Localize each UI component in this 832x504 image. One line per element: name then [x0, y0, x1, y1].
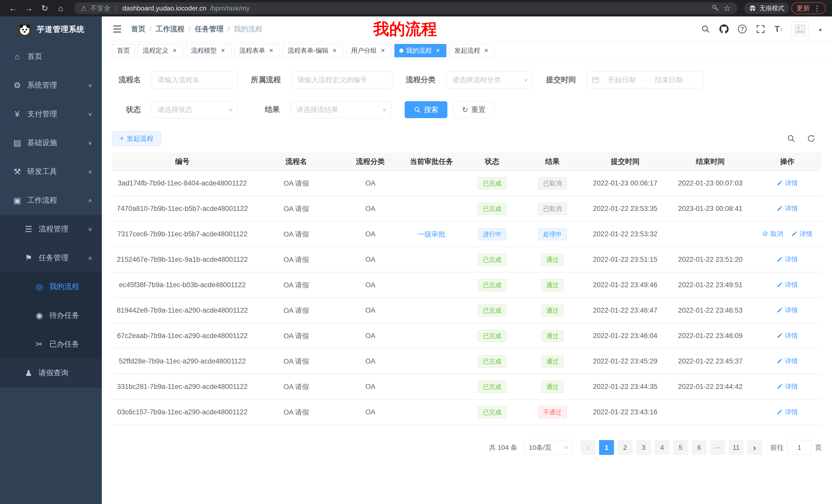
app-logo-row[interactable]: 芋道管理系统 — [0, 17, 102, 42]
sidebar-menu-item[interactable]: 支付管理 — [0, 100, 102, 129]
sidebar-menu-item[interactable]: 系统管理 — [0, 71, 102, 100]
cell-current-task — [401, 171, 462, 196]
sidebar-menu-item[interactable]: 我的流程 — [0, 272, 102, 301]
tag-view-tab[interactable]: 我的流程 × — [394, 44, 446, 57]
page-size-select[interactable]: 10条/页 — [524, 440, 573, 455]
tag-view-tab[interactable]: 首页 × — [112, 44, 135, 57]
detail-link[interactable]: 详情 — [777, 281, 798, 289]
tab-close-icon[interactable]: × — [171, 47, 178, 54]
table-row: 7470a810-7b9b-11ec-b5b7-acde48001122 OA … — [112, 196, 822, 221]
bookmark-star-icon[interactable]: ☆ — [723, 3, 731, 13]
category-select[interactable] — [446, 72, 533, 88]
status-select[interactable] — [152, 101, 238, 118]
prev-page-button[interactable]: ‹ — [580, 440, 595, 455]
cancel-link[interactable]: 取消 — [762, 230, 783, 238]
breadcrumb-item-home[interactable]: 首页 — [131, 24, 146, 34]
date-range-picker[interactable]: - — [587, 72, 703, 88]
help-icon[interactable] — [738, 25, 747, 33]
cell-end-time: 2022-01-22 23:51:20 — [668, 247, 753, 272]
end-date-input[interactable] — [649, 76, 688, 84]
chevron-icon — [88, 255, 93, 261]
detail-link[interactable]: 详情 — [777, 179, 798, 187]
detail-link[interactable]: 详情 — [777, 408, 798, 416]
table-row: ec45f38f-7b9a-11ec-b03b-acde48001122 OA … — [112, 272, 822, 298]
update-button[interactable]: 更新 ⋮ — [791, 2, 826, 14]
browser-forward-icon[interactable]: → — [22, 4, 35, 13]
tag-view-tab[interactable]: 流程定义 × — [138, 44, 183, 57]
detail-link[interactable]: 详情 — [777, 382, 798, 391]
sidebar-menu-item[interactable]: 流程管理 — [0, 215, 102, 244]
tag-view-tab[interactable]: 流程模型 × — [186, 44, 231, 57]
page-number-button[interactable]: 2 — [618, 440, 632, 455]
tab-close-icon[interactable]: × — [483, 47, 490, 54]
tag-view-tab[interactable]: 流程表单-编辑 × — [283, 44, 343, 57]
hamburger-menu-icon[interactable] — [112, 24, 122, 34]
detail-link[interactable]: 详情 — [777, 357, 798, 365]
tab-label: 流程定义 — [143, 46, 168, 55]
next-page-button[interactable]: › — [747, 440, 762, 455]
tab-close-icon[interactable]: × — [331, 47, 338, 54]
sidebar-menu-item[interactable]: 工作流程 — [0, 186, 102, 215]
security-label[interactable]: 不安全 — [90, 4, 110, 13]
browser-menu-dots-icon[interactable]: ⋮ — [813, 4, 821, 12]
page-number-button[interactable]: ··· — [710, 440, 725, 455]
detail-link[interactable]: 详情 — [777, 255, 798, 263]
tag-view-tab[interactable]: 发起流程 × — [449, 44, 495, 57]
tab-close-icon[interactable]: × — [268, 47, 275, 54]
browser-home-icon[interactable]: ⌂ — [54, 4, 67, 13]
avatar-dropdown-caret-icon[interactable]: ▾ — [819, 27, 822, 33]
start-date-input[interactable] — [602, 76, 641, 84]
result-badge: 处理中 — [538, 228, 567, 241]
result-select[interactable] — [290, 101, 391, 118]
sidebar-menu-item[interactable]: 请假查询 — [0, 359, 102, 387]
sidebar-menu-item[interactable]: 研发工具 — [0, 157, 102, 186]
browser-back-icon[interactable]: ← — [6, 4, 20, 13]
key-icon[interactable] — [711, 4, 720, 12]
reset-button[interactable]: ↻ 重置 — [453, 101, 494, 118]
page-number-button[interactable]: 1 — [599, 440, 614, 455]
address-bar[interactable]: ⚠ 不安全 | dashboard.yudao.iocoder.cn/bpm/t… — [74, 2, 737, 14]
process-definition-input[interactable] — [291, 72, 392, 88]
page-number-button[interactable]: 3 — [636, 440, 651, 455]
goto-page-input[interactable] — [787, 440, 812, 455]
sidebar-menu-item[interactable]: 基础设施 — [0, 129, 102, 157]
page-number-button[interactable]: 4 — [655, 440, 670, 455]
status-select-input[interactable] — [152, 101, 238, 118]
current-task-link[interactable]: 一级审批 — [418, 230, 445, 238]
search-toggle-icon[interactable] — [787, 134, 796, 143]
result-select-input[interactable] — [290, 101, 391, 118]
edit-pencil-icon — [777, 332, 783, 339]
process-name-input[interactable] — [152, 72, 238, 88]
detail-link[interactable]: 详情 — [777, 306, 798, 314]
user-avatar[interactable] — [791, 22, 809, 36]
search-icon[interactable] — [701, 24, 710, 34]
tab-close-icon[interactable]: × — [434, 47, 441, 54]
tab-close-icon[interactable]: × — [379, 47, 386, 54]
tag-view-tab[interactable]: 流程表单 × — [234, 44, 280, 57]
browser-reload-icon[interactable]: ↻ — [38, 3, 51, 13]
refresh-icon[interactable] — [807, 134, 815, 143]
detail-link[interactable]: 详情 — [777, 331, 798, 340]
cell-id: 7470a810-7b9b-11ec-b5b7-acde48001122 — [112, 196, 253, 221]
page-number-button[interactable]: 6 — [692, 440, 706, 455]
breadcrumb-item-task-management[interactable]: 任务管理 — [195, 24, 224, 34]
sidebar-menu-item[interactable]: 待办任务 — [0, 301, 102, 330]
edit-pencil-icon — [777, 256, 783, 262]
create-process-button[interactable]: + 发起流程 — [112, 131, 161, 146]
detail-link[interactable]: 详情 — [791, 230, 812, 238]
detail-link[interactable]: 详情 — [777, 204, 798, 213]
sidebar-menu-item[interactable]: 任务管理 — [0, 244, 102, 272]
github-icon[interactable] — [719, 24, 729, 34]
sidebar-menu-item[interactable]: 首页 — [0, 42, 102, 71]
tag-view-tab[interactable]: 用户分组 × — [346, 44, 391, 57]
font-size-icon[interactable]: T — [774, 24, 782, 34]
fullscreen-icon[interactable] — [756, 24, 765, 34]
sidebar-menu-item[interactable]: 已办任务 — [0, 330, 102, 359]
tab-close-icon[interactable]: × — [219, 47, 227, 54]
page-number-button[interactable]: 5 — [673, 440, 688, 455]
page-number-button[interactable]: 11 — [729, 440, 744, 455]
category-select-input[interactable] — [446, 72, 533, 88]
cell-submit-time: 2022-01-22 23:51:15 — [582, 247, 668, 272]
search-button[interactable]: 搜索 — [405, 101, 447, 118]
breadcrumb-item-workflow[interactable]: 工作流程 — [156, 24, 185, 34]
